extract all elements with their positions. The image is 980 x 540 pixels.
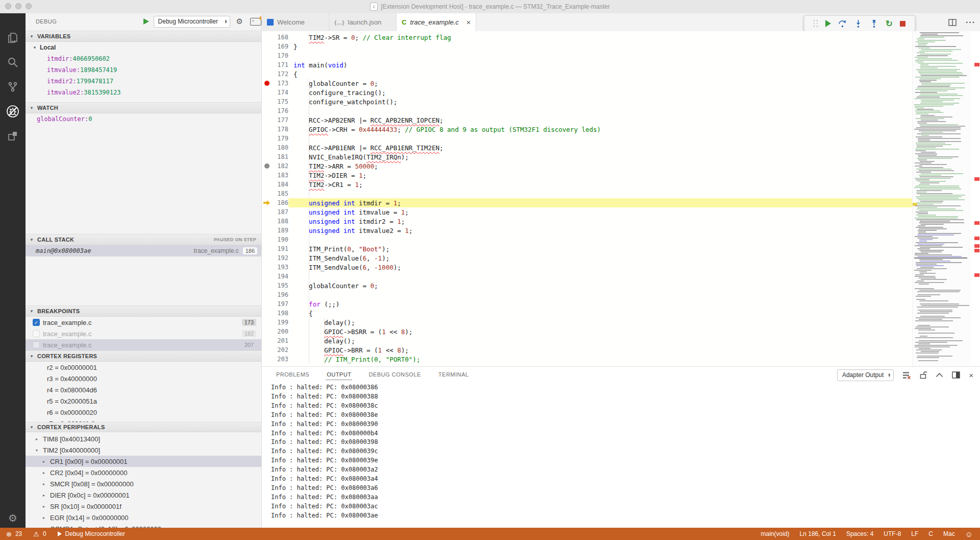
watch-header[interactable]: ▼ WATCH bbox=[26, 102, 261, 113]
line-number[interactable]: 189 bbox=[273, 227, 288, 234]
line-number[interactable]: 199 bbox=[273, 319, 288, 326]
gutter-glyph[interactable] bbox=[262, 51, 273, 60]
variable-row[interactable]: itmvalue2: 3815390123 bbox=[26, 87, 261, 98]
panel-tab-debug-console[interactable]: DEBUG CONSOLE bbox=[368, 369, 422, 380]
variable-row[interactable]: itmvalue: 1898457419 bbox=[26, 64, 261, 76]
code-line[interactable]: 192 ITM_SendValue(6, -1); bbox=[262, 253, 912, 263]
maximize-panel-icon[interactable] bbox=[936, 372, 943, 378]
panel-tab-terminal[interactable]: TERMINAL bbox=[437, 369, 470, 380]
line-number[interactable]: 175 bbox=[273, 98, 288, 105]
variables-header[interactable]: ▼ VARIABLES bbox=[26, 31, 261, 42]
output-log[interactable]: Info : halted: PC: 0x08000386Info : halt… bbox=[271, 383, 378, 521]
line-number[interactable]: 193 bbox=[273, 264, 288, 271]
gutter-glyph[interactable] bbox=[262, 180, 273, 189]
debug-status-label[interactable]: Debug Microcontroller bbox=[65, 530, 125, 537]
register-row[interactable]: r6 = 0x00000020 bbox=[26, 407, 261, 418]
explorer-icon[interactable] bbox=[0, 27, 26, 49]
line-number[interactable]: 179 bbox=[273, 135, 288, 142]
gutter-glyph[interactable] bbox=[262, 161, 273, 171]
gutter-glyph[interactable] bbox=[262, 198, 273, 207]
gutter-glyph[interactable] bbox=[262, 272, 273, 281]
line-number[interactable]: 200 bbox=[273, 328, 288, 335]
line-number[interactable]: 203 bbox=[273, 356, 288, 363]
line-number[interactable]: 186 bbox=[273, 199, 288, 206]
code-line[interactable]: 172{ bbox=[262, 69, 912, 79]
line-number[interactable]: 196 bbox=[273, 291, 288, 298]
restart-button[interactable]: ↻ bbox=[886, 19, 893, 28]
start-debug-button[interactable] bbox=[142, 18, 150, 25]
line-number[interactable]: 169 bbox=[273, 43, 288, 50]
status-item[interactable]: LF bbox=[911, 530, 918, 537]
gutter-glyph[interactable] bbox=[262, 171, 273, 180]
register-row[interactable]: r2 = 0x00000001 bbox=[26, 362, 261, 373]
gutter-glyph[interactable] bbox=[262, 189, 273, 198]
code-line[interactable]: 174 configure_tracing(); bbox=[262, 88, 912, 97]
search-icon[interactable] bbox=[0, 51, 26, 74]
tab-welcome[interactable]: Welcome bbox=[262, 13, 329, 31]
line-number[interactable]: 198 bbox=[273, 310, 288, 317]
close-window-button[interactable] bbox=[5, 3, 11, 9]
errors-count[interactable]: 23 bbox=[15, 530, 22, 537]
code-line[interactable]: 201 delay(); bbox=[262, 336, 912, 345]
gutter-glyph[interactable] bbox=[262, 152, 273, 161]
line-number[interactable]: 202 bbox=[273, 346, 288, 354]
code-line[interactable]: 195 globalCounter = 0; bbox=[262, 281, 912, 290]
breakpoints-header[interactable]: ▼ BREAKPOINTS bbox=[26, 306, 261, 317]
gutter-glyph[interactable] bbox=[262, 115, 273, 125]
gutter-glyph[interactable] bbox=[262, 253, 273, 263]
code-line[interactable]: 198 { bbox=[262, 309, 912, 318]
status-item[interactable]: UTF-8 bbox=[884, 530, 901, 537]
line-number[interactable]: 173 bbox=[273, 80, 288, 87]
feedback-smiley-icon[interactable]: ☺ bbox=[965, 530, 973, 538]
line-number[interactable]: 183 bbox=[273, 172, 288, 179]
gutter-glyph[interactable] bbox=[262, 88, 273, 97]
code-line[interactable]: 183 TIM2->DIER = 1; bbox=[262, 171, 912, 180]
minimap[interactable] bbox=[912, 31, 971, 366]
gutter-glyph[interactable] bbox=[262, 235, 273, 244]
line-number[interactable]: 177 bbox=[273, 116, 288, 124]
code-line[interactable]: 173 globalCounter = 0; bbox=[262, 79, 912, 88]
gutter-glyph[interactable] bbox=[262, 79, 273, 88]
line-number[interactable]: 194 bbox=[273, 273, 288, 280]
code-line[interactable]: 171int main(void) bbox=[262, 60, 912, 69]
watch-row[interactable]: globalCounter: 0 bbox=[26, 113, 261, 125]
breakpoint-dot-icon[interactable] bbox=[264, 81, 270, 86]
code-line[interactable]: 180 RCC->APB1ENR |= RCC_APB1ENR_TIM2EN; bbox=[262, 143, 912, 152]
gutter-glyph[interactable] bbox=[262, 318, 273, 327]
breakpoint-checkbox[interactable]: ✓ bbox=[33, 319, 40, 326]
code-line[interactable]: 179 bbox=[262, 134, 912, 143]
line-number[interactable]: 174 bbox=[273, 89, 288, 96]
unlock-icon[interactable] bbox=[920, 371, 927, 379]
line-number[interactable]: 170 bbox=[273, 52, 288, 59]
gutter-glyph[interactable] bbox=[262, 42, 273, 51]
code-line[interactable]: 196 bbox=[262, 290, 912, 299]
gutter-glyph[interactable] bbox=[262, 327, 273, 336]
code-editor[interactable]: 168 TIM2->SR = 0; // Clear interrupt fla… bbox=[262, 31, 980, 366]
peripheral-row[interactable]: ▸TIM8 [0x40013400] bbox=[26, 433, 261, 444]
breakpoint-checkbox[interactable] bbox=[33, 330, 40, 337]
gutter-glyph[interactable] bbox=[262, 106, 273, 115]
status-item[interactable]: Spaces: 4 bbox=[846, 530, 873, 537]
line-number[interactable]: 172 bbox=[273, 71, 288, 78]
disabled-breakpoint-dot-icon[interactable] bbox=[264, 163, 270, 169]
peripheral-row[interactable]: ▾TIM2 [0x40000000] bbox=[26, 444, 261, 456]
code-line[interactable]: 191 ITM_Print(0, "Boot"); bbox=[262, 244, 912, 253]
warnings-count[interactable]: 0 bbox=[43, 530, 46, 537]
debug-icon[interactable] bbox=[0, 100, 26, 123]
code-line[interactable]: 168 TIM2->SR = 0; // Clear interrupt fla… bbox=[262, 33, 912, 42]
line-number[interactable]: 184 bbox=[273, 181, 288, 188]
register-row[interactable]: r5 = 0x2000051a bbox=[26, 395, 261, 407]
window-controls[interactable] bbox=[5, 3, 32, 9]
variable-row[interactable]: itmdir: 4066950602 bbox=[26, 53, 261, 64]
line-number[interactable]: 180 bbox=[273, 144, 288, 151]
code-line[interactable]: 181 NVIC_EnableIRQ(TIM2_IRQn); bbox=[262, 152, 912, 161]
status-item[interactable]: C bbox=[928, 530, 933, 537]
line-number[interactable]: 195 bbox=[273, 282, 288, 289]
zoom-window-button[interactable] bbox=[26, 3, 32, 9]
line-number[interactable]: 176 bbox=[273, 107, 288, 114]
gutter-glyph[interactable] bbox=[262, 97, 273, 106]
line-number[interactable]: 181 bbox=[273, 153, 288, 160]
line-number[interactable]: 192 bbox=[273, 254, 288, 262]
step-into-button[interactable] bbox=[854, 19, 863, 28]
code-line[interactable]: 182 TIM2->ARR = 50000; bbox=[262, 161, 912, 171]
